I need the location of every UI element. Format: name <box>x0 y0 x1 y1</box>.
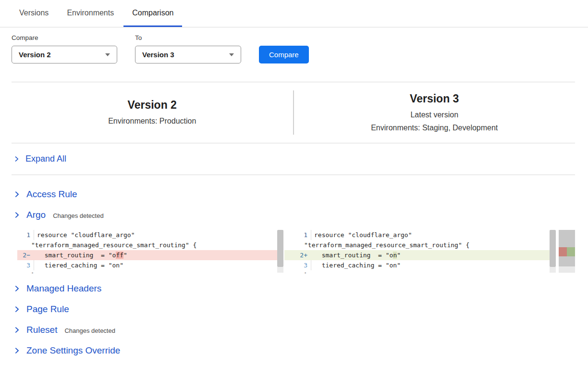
diff-left-panel: 1resource "cloudflare_argo""terraform_ma… <box>17 230 283 273</box>
section-title: Managed Headers <box>26 283 101 294</box>
left-version-title: Version 2 <box>128 98 177 112</box>
chevron-right-icon <box>13 347 20 354</box>
scrollbar-thumb[interactable] <box>277 230 283 267</box>
section-title: Zone Settings Override <box>26 345 120 356</box>
compare-button[interactable]: Compare <box>259 46 309 63</box>
compare-from-value: Version 2 <box>19 51 51 59</box>
diff-overview-minimap[interactable] <box>559 230 575 273</box>
compare-from-field: Compare Version 2 <box>12 34 117 63</box>
version-right-header: Version 3 Latest version Environments: S… <box>294 82 576 143</box>
right-scrollbar[interactable] <box>550 230 556 273</box>
right-version-environments: Environments: Staging, Development <box>371 121 498 134</box>
minimap-lower-region <box>559 266 575 273</box>
version-comparison-page: Versions Environments Comparison Compare… <box>0 0 588 361</box>
chevron-right-icon <box>13 156 20 162</box>
chevron-down-icon <box>105 53 110 56</box>
diff-right-panel: 1resource "cloudflare_argo""terraform_ma… <box>284 230 556 273</box>
minimap-removed-marker <box>559 247 567 256</box>
diff-line: } <box>284 270 556 273</box>
tab-comparison[interactable]: Comparison <box>123 0 182 27</box>
section-ruleset[interactable]: Ruleset Changes detected <box>0 319 588 340</box>
changes-detected-badge: Changes detected <box>53 212 104 219</box>
diff-left-code: 1resource "cloudflare_argo""terraform_ma… <box>17 230 283 273</box>
chevron-right-icon <box>13 306 20 313</box>
compare-controls: Compare Version 2 To Version 3 Compare <box>0 27 588 63</box>
diff-line: 1resource "cloudflare_argo" <box>284 230 556 240</box>
diff-line: "terraform_managed_resource_smart_routin… <box>17 240 283 250</box>
line-number: 3 <box>284 260 311 270</box>
diff-line: 1resource "cloudflare_argo" <box>17 230 283 240</box>
section-zone-settings-override[interactable]: Zone Settings Override <box>0 340 588 361</box>
section-title: Access Rule <box>26 189 77 200</box>
right-version-latest-label: Latest version <box>410 108 458 121</box>
line-number: 1 <box>284 230 311 240</box>
scrollbar-thumb[interactable] <box>550 230 556 267</box>
section-title: Ruleset <box>26 325 57 335</box>
line-number: 1 <box>17 230 34 240</box>
chevron-right-icon <box>13 191 20 198</box>
diff-line: 3 tiered_caching = "on" <box>17 260 283 270</box>
minimap-change-band <box>559 247 575 256</box>
tab-versions[interactable]: Versions <box>11 0 57 27</box>
left-version-environments: Environments: Production <box>108 114 196 127</box>
expand-all-label: Expand All <box>25 154 66 164</box>
right-version-title: Version 3 <box>410 91 459 106</box>
diff-line: "terraform_managed_resource_smart_routin… <box>284 240 556 250</box>
expand-all-button[interactable]: Expand All <box>0 143 588 175</box>
diff-line: 2− smart_routing = "off" <box>17 250 283 260</box>
diff-line: 2+ smart_routing = "on" <box>284 250 556 260</box>
diff-line: } <box>17 270 283 273</box>
section-managed-headers[interactable]: Managed Headers <box>0 278 588 299</box>
compare-to-value: Version 3 <box>142 51 174 59</box>
section-title: Argo <box>26 210 46 220</box>
compare-to-field: To Version 3 <box>135 34 241 63</box>
minimap-added-marker <box>567 247 575 256</box>
section-title: Page Rule <box>26 304 69 315</box>
argo-diff-viewer: 1resource "cloudflare_argo""terraform_ma… <box>17 230 588 273</box>
compare-label: Compare <box>12 34 117 41</box>
left-scrollbar[interactable] <box>277 230 283 273</box>
scrollbar-track <box>277 267 283 273</box>
compare-from-select[interactable]: Version 2 <box>12 46 117 63</box>
scrollbar-track <box>550 267 556 273</box>
chevron-right-icon <box>13 327 20 333</box>
resource-sections: Access Rule Argo Changes detected 1resou… <box>0 175 588 361</box>
line-number: 2− <box>17 250 34 260</box>
diff-right-code: 1resource "cloudflare_argo""terraform_ma… <box>284 230 556 273</box>
changes-detected-badge: Changes detected <box>64 327 115 334</box>
chevron-right-icon <box>13 212 20 218</box>
chevron-down-icon <box>229 53 234 56</box>
version-headers: Version 2 Environments: Production Versi… <box>12 82 575 143</box>
tab-environments[interactable]: Environments <box>58 0 122 27</box>
chevron-right-icon <box>13 285 20 292</box>
section-argo[interactable]: Argo Changes detected <box>0 204 588 225</box>
line-number: 2+ <box>284 250 311 260</box>
to-label: To <box>135 34 241 41</box>
compare-to-select[interactable]: Version 3 <box>135 46 241 63</box>
line-number: 3 <box>17 260 34 270</box>
version-left-header: Version 2 Environments: Production <box>12 82 293 143</box>
diff-line: 3 tiered_caching = "on" <box>284 260 556 270</box>
tab-bar: Versions Environments Comparison <box>0 0 588 27</box>
section-access-rule[interactable]: Access Rule <box>0 184 588 204</box>
section-page-rule[interactable]: Page Rule <box>0 299 588 319</box>
